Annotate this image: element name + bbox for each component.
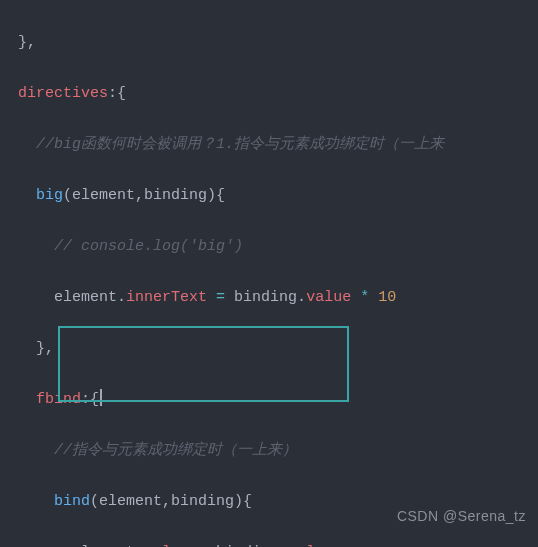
code-comment: //big函数何时会被调用？1.指令与元素成功绑定时（一上来 — [0, 132, 538, 158]
code-comment: //指令与元素成功绑定时（一上来） — [0, 438, 538, 464]
watermark: CSDN @Serena_tz — [397, 505, 526, 529]
code-line: fbind:{ — [0, 387, 538, 413]
code-comment: // console.log('big') — [0, 234, 538, 260]
code-line: element.value = binding.value — [0, 540, 538, 548]
code-line: directives:{ — [0, 81, 538, 107]
code-line: big(element,binding){ — [0, 183, 538, 209]
code-line: }, — [0, 336, 538, 362]
code-line: }, — [0, 30, 538, 56]
text-cursor — [100, 389, 102, 406]
code-line: element.innerText = binding.value * 10 — [0, 285, 538, 311]
code-editor[interactable]: }, directives:{ //big函数何时会被调用？1.指令与元素成功绑… — [0, 0, 538, 547]
